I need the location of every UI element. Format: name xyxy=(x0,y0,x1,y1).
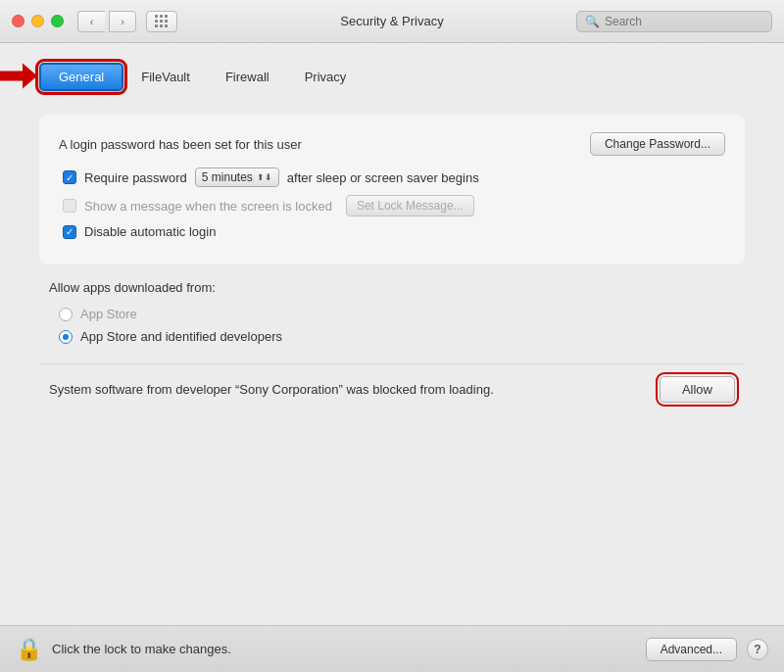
tab-firewall[interactable]: Firewall xyxy=(208,65,287,89)
radio-app-store[interactable] xyxy=(59,308,73,321)
disable-login-checkbox[interactable]: ✓ xyxy=(63,225,76,239)
svg-marker-0 xyxy=(0,63,37,88)
traffic-lights xyxy=(12,15,64,27)
show-message-checkbox[interactable] xyxy=(63,199,76,213)
require-password-row: ✓ Require password 5 minutes ⬆⬇ after sl… xyxy=(59,168,725,187)
back-button[interactable]: ‹ xyxy=(77,11,105,32)
lock-icon[interactable]: 🔒 xyxy=(16,637,42,662)
require-password-label: Require password xyxy=(84,170,187,185)
allow-apps-title: Allow apps downloaded from: xyxy=(49,280,735,295)
lock-text: Click the lock to make changes. xyxy=(52,642,636,656)
blocked-software-row: System software from developer “Sony Cor… xyxy=(39,363,745,414)
minimize-button[interactable] xyxy=(31,15,44,27)
window-title: Security & Privacy xyxy=(340,14,443,28)
main-content: General FileVault Firewall Privacy A log… xyxy=(0,43,784,625)
radio-app-store-label: App Store xyxy=(80,307,137,321)
set-lock-message-button[interactable]: Set Lock Message... xyxy=(346,195,474,216)
blocked-software-text: System software from developer “Sony Cor… xyxy=(49,380,644,400)
forward-button[interactable]: › xyxy=(109,11,136,32)
password-section: A login password has been set for this u… xyxy=(39,115,745,264)
search-box[interactable]: 🔍 xyxy=(576,11,772,32)
allow-apps-section: Allow apps downloaded from: App Store Ap… xyxy=(39,280,745,344)
show-message-label: Show a message when the screen is locked xyxy=(84,199,332,214)
disable-login-row: ✓ Disable automatic login xyxy=(59,224,725,239)
radio-identified-row: App Store and identified developers xyxy=(49,329,735,344)
radio-identified-label: App Store and identified developers xyxy=(80,329,282,344)
titlebar: ‹ › Security & Privacy 🔍 xyxy=(0,0,784,43)
advanced-button[interactable]: Advanced... xyxy=(646,638,737,661)
dropdown-arrow-icon: ⬆⬇ xyxy=(257,172,272,182)
radio-identified[interactable] xyxy=(59,330,73,344)
allow-button[interactable]: Allow xyxy=(660,376,735,403)
nav-buttons: ‹ › xyxy=(77,11,136,32)
grid-button[interactable] xyxy=(146,11,177,32)
close-button[interactable] xyxy=(12,15,24,27)
tab-filevault[interactable]: FileVault xyxy=(123,65,208,89)
password-notice: A login password has been set for this u… xyxy=(59,137,302,152)
maximize-button[interactable] xyxy=(51,15,64,27)
tab-privacy[interactable]: Privacy xyxy=(287,65,365,89)
tab-general[interactable]: General xyxy=(39,63,123,91)
grid-icon xyxy=(155,15,169,28)
help-button[interactable]: ? xyxy=(747,639,768,660)
search-icon: 🔍 xyxy=(585,15,600,28)
require-password-checkbox[interactable]: ✓ xyxy=(63,170,76,184)
search-input[interactable] xyxy=(605,15,763,28)
show-message-row: Show a message when the screen is locked… xyxy=(59,195,725,216)
radio-app-store-row: App Store xyxy=(49,307,735,321)
disable-login-label: Disable automatic login xyxy=(84,224,216,239)
arrow-indicator xyxy=(0,61,37,93)
password-interval-dropdown[interactable]: 5 minutes ⬆⬇ xyxy=(195,168,279,187)
change-password-button[interactable]: Change Password... xyxy=(590,132,725,156)
bottom-bar: 🔒 Click the lock to make changes. Advanc… xyxy=(0,625,784,672)
tabs-row: General FileVault Firewall Privacy xyxy=(39,63,745,91)
require-password-suffix: after sleep or screen saver begins xyxy=(287,170,479,185)
password-row: A login password has been set for this u… xyxy=(59,132,725,156)
password-interval-value: 5 minutes xyxy=(202,170,253,184)
